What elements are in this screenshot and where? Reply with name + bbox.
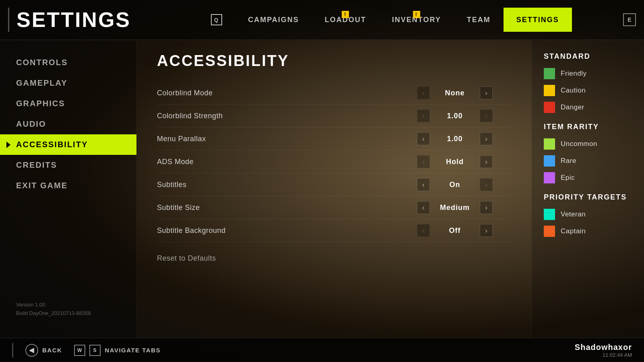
inventory-alert-icon: ! [413,11,420,18]
nav-loadout[interactable]: ! LOADOUT [312,8,379,32]
setting-subtitle-background: Subtitle Background ‹ Off › [157,219,511,242]
sidebar-item-gameplay[interactable]: GAMEPLAY [0,73,136,93]
sidebar-version: Version 1.00 Build DayOne_20210713-88358 [0,293,136,326]
danger-label: Danger [561,103,584,111]
sidebar-item-exit-game[interactable]: EXIT GAME [0,175,136,196]
nav-inventory[interactable]: ! INVENTORY [379,8,454,32]
subtitle-size-value: Medium [435,204,475,212]
ads-mode-left-arrow[interactable]: ‹ [417,155,430,168]
legend-veteran: Veteran [544,209,632,220]
ads-mode-control: ‹ Hold › [398,155,511,168]
rare-color-swatch [544,155,555,167]
s-key-icon: S [89,345,101,356]
colorblind-strength-left-arrow[interactable]: ‹ [417,109,430,122]
setting-reset: Reset to Defaults [157,245,511,272]
caution-color-swatch [544,85,555,96]
priority-targets-section-title: PRIORITY TARGETS [544,193,632,202]
captain-label: Captain [561,227,586,235]
back-button-icon[interactable]: ◀ [25,344,38,357]
time-display: 11:02:44 AM [575,352,632,358]
sidebar-menu: CONTROLS GAMEPLAY GRAPHICS AUDIO ACCESSI… [0,52,136,196]
subtitle-size-left-arrow[interactable]: ‹ [417,201,430,214]
subtitle-size-right-arrow[interactable]: › [480,201,493,214]
colorblind-strength-control: ‹ 1.00 › [398,109,511,122]
captain-color-swatch [544,226,555,237]
header-nav: Q CAMPAIGNS ! LOADOUT ! INVENTORY TEAM S… [147,8,623,32]
colorblind-strength-label: Colorblind Strength [157,112,398,120]
ads-mode-label: ADS Mode [157,158,398,166]
page-title: SETTINGS [17,8,131,32]
colorblind-strength-value: 1.00 [435,112,475,120]
menu-parallax-right-arrow[interactable]: › [480,132,493,145]
nav-team[interactable]: TEAM [454,8,504,32]
menu-parallax-left-arrow[interactable]: ‹ [417,132,430,145]
setting-subtitles: Subtitles ‹ On › [157,173,511,196]
navigate-tabs-label: NAVIGATE TABS [105,347,161,354]
legend-friendly: Friendly [544,68,632,79]
subtitle-background-value: Off [435,226,475,235]
colorblind-mode-right-arrow[interactable]: › [480,86,493,99]
sidebar-item-controls[interactable]: CONTROLS [0,52,136,73]
main-layout: CONTROLS GAMEPLAY GRAPHICS AUDIO ACCESSI… [0,40,644,338]
sidebar-item-graphics[interactable]: GRAPHICS [0,93,136,114]
header-right: E [623,13,636,26]
colorblind-mode-left-arrow[interactable]: ‹ [417,86,430,99]
subtitle-background-left-arrow[interactable]: ‹ [417,224,430,237]
nav-q-button[interactable]: Q [198,8,235,32]
epic-color-swatch [544,172,555,183]
setting-ads-mode: ADS Mode ‹ Hold › [157,150,511,173]
legend-epic: Epic [544,172,632,183]
subtitles-left-arrow[interactable]: ‹ [417,178,430,191]
section-title: ACCESSIBILITY [157,52,511,70]
setting-colorblind-strength: Colorblind Strength ‹ 1.00 › [157,105,511,128]
username-display: Shadowhaxor [575,343,632,352]
epic-label: Epic [561,174,575,182]
exit-icon[interactable]: E [623,13,636,26]
subtitles-label: Subtitles [157,181,398,189]
rare-label: Rare [561,157,576,165]
sidebar-item-accessibility[interactable]: ACCESSIBILITY [0,134,136,155]
footer-right: Shadowhaxor 11:02:44 AM [575,343,632,358]
standard-section-title: STANDARD [544,52,632,61]
colorblind-strength-right-arrow[interactable]: › [480,109,493,122]
legend-rare: Rare [544,155,632,167]
setting-subtitle-size: Subtitle Size ‹ Medium › [157,196,511,219]
nav-settings[interactable]: SETTINGS [504,8,572,32]
loadout-alert-icon: ! [342,11,349,18]
nav-campaigns[interactable]: CAMPAIGNS [235,8,312,32]
colorblind-mode-label: Colorblind Mode [157,89,398,97]
menu-parallax-value: 1.00 [435,135,475,143]
subtitle-background-right-arrow[interactable]: › [480,224,493,237]
menu-parallax-control: ‹ 1.00 › [398,132,511,145]
subtitle-size-label: Subtitle Size [157,204,398,212]
reset-defaults-button[interactable]: Reset to Defaults [157,250,216,267]
q-icon: Q [211,14,222,25]
friendly-label: Friendly [561,70,586,78]
header: SETTINGS Q CAMPAIGNS ! LOADOUT ! INVENTO… [0,0,644,40]
footer: ◀ BACK W S NAVIGATE TABS Shadowhaxor 11:… [0,338,644,362]
ads-mode-value: Hold [435,158,475,166]
content-area: ACCESSIBILITY Colorblind Mode ‹ None › C… [137,40,531,338]
version-number: Version 1.00 [16,301,120,309]
sidebar-item-audio[interactable]: AUDIO [0,114,136,134]
subtitles-right-arrow[interactable]: › [480,178,493,191]
legend-captain: Captain [544,226,632,237]
setting-colorblind-mode: Colorblind Mode ‹ None › [157,82,511,105]
footer-divider [12,343,13,358]
build-number: Build DayOne_20210713-88358 [16,309,120,318]
right-panel: STANDARD Friendly Caution Danger ITEM RA… [531,40,644,338]
setting-menu-parallax: Menu Parallax ‹ 1.00 › [157,128,511,150]
veteran-color-swatch [544,209,555,220]
footer-back-action: ◀ BACK [25,344,62,357]
colorblind-mode-value: None [435,89,475,97]
subtitles-control: ‹ On › [398,178,511,191]
subtitles-value: On [435,181,475,189]
subtitle-size-control: ‹ Medium › [398,201,511,214]
footer-navigate-action: W S NAVIGATE TABS [74,345,161,356]
uncommon-color-swatch [544,138,555,150]
ads-mode-right-arrow[interactable]: › [480,155,493,168]
back-label: BACK [42,347,62,354]
sidebar-item-credits[interactable]: CREDITS [0,155,136,175]
uncommon-label: Uncommon [561,140,597,148]
danger-color-swatch [544,102,555,113]
